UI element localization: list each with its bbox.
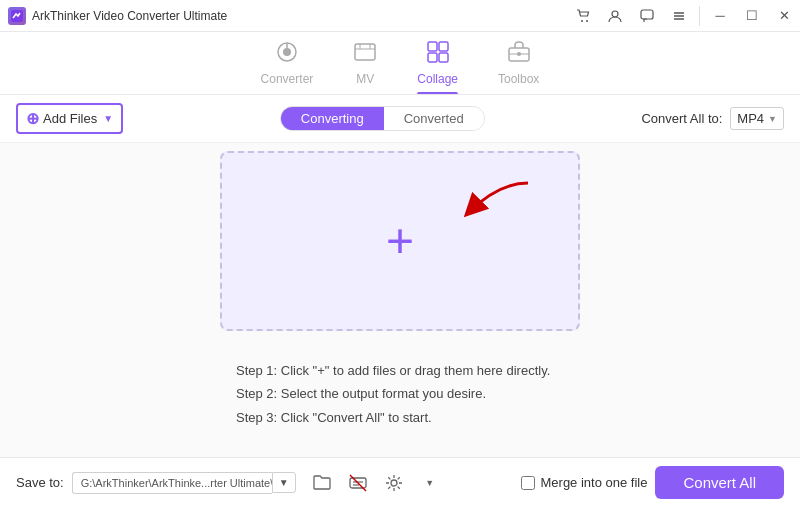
menu-icon[interactable] (663, 0, 695, 32)
settings-icon-button[interactable] (380, 469, 408, 497)
step-1: Step 1: Click "+" to add files or drag t… (236, 359, 564, 382)
app-title: ArkThinker Video Converter Ultimate (32, 9, 227, 23)
svg-rect-14 (439, 53, 448, 62)
nav-item-toolbox[interactable]: Toolbox (498, 40, 539, 94)
red-arrow (418, 173, 538, 253)
settings-dropdown-icon[interactable]: ▼ (416, 469, 444, 497)
step-3: Step 3: Click "Convert All" to start. (236, 406, 564, 429)
mv-label: MV (356, 72, 374, 86)
svg-rect-12 (439, 42, 448, 51)
svg-rect-11 (428, 42, 437, 51)
svg-rect-13 (428, 53, 437, 62)
window-controls: ─ ☐ ✕ (704, 0, 800, 32)
drop-zone[interactable]: + (220, 151, 580, 331)
converter-label: Converter (261, 72, 314, 86)
nav-item-converter[interactable]: Converter (261, 40, 314, 94)
svg-point-23 (391, 480, 397, 486)
close-button[interactable]: ✕ (768, 0, 800, 32)
tab-converted[interactable]: Converted (384, 107, 484, 130)
convert-all-button[interactable]: Convert All (655, 466, 784, 499)
svg-point-9 (283, 48, 291, 56)
step-2: Step 2: Select the output format you des… (236, 382, 564, 405)
svg-point-1 (581, 20, 583, 22)
format-select[interactable]: MP4 ▼ (730, 107, 784, 130)
add-files-button[interactable]: ⊕ Add Files ▼ (16, 103, 123, 134)
title-bar: ArkThinker Video Converter Ultimate (0, 0, 800, 32)
app-icon (8, 7, 26, 25)
tab-converting[interactable]: Converting (281, 107, 384, 130)
steps-container: Step 1: Click "+" to add files or drag t… (220, 347, 580, 441)
svg-point-3 (612, 11, 618, 17)
folder-icon-button[interactable] (308, 469, 336, 497)
tab-pills: Converting Converted (280, 106, 485, 131)
drop-zone-plus-icon[interactable]: + (386, 217, 414, 265)
maximize-button[interactable]: ☐ (736, 0, 768, 32)
format-value: MP4 (737, 111, 764, 126)
bottom-icons: ▼ (308, 469, 444, 497)
bottom-bar: Save to: G:\ArkThinker\ArkThinke...rter … (0, 457, 800, 507)
nav-bar: Converter MV Col (0, 32, 800, 95)
title-bar-left: ArkThinker Video Converter Ultimate (8, 7, 227, 25)
collage-label: Collage (417, 72, 458, 86)
mv-icon (353, 40, 377, 68)
svg-point-17 (517, 52, 521, 56)
plus-circle-icon: ⊕ (26, 109, 39, 128)
minimize-button[interactable]: ─ (704, 0, 736, 32)
convert-all-to-label: Convert All to: (641, 111, 722, 126)
merge-checkbox[interactable] (521, 476, 535, 490)
toolbar: ⊕ Add Files ▼ Converting Converted Conve… (0, 95, 800, 143)
subtitle-off-icon-button[interactable] (344, 469, 372, 497)
drop-zone-wrapper: + (220, 151, 580, 347)
title-bar-controls: ─ ☐ ✕ (567, 0, 800, 32)
app-window: ArkThinker Video Converter Ultimate (0, 0, 800, 507)
user-icon[interactable] (599, 0, 631, 32)
svg-point-2 (586, 20, 588, 22)
save-to-label: Save to: (16, 475, 64, 490)
tabs-container: Converting Converted (135, 106, 629, 131)
content-area: + Step 1: Click "+" to add files or drag… (0, 143, 800, 457)
convert-all-to: Convert All to: MP4 ▼ (641, 107, 784, 130)
cart-icon[interactable] (567, 0, 599, 32)
format-dropdown-icon: ▼ (768, 114, 777, 124)
save-path-input[interactable]: G:\ArkThinker\ArkThinke...rter Ultimate\… (72, 472, 272, 494)
merge-checkbox-container: Merge into one file (521, 475, 648, 490)
svg-rect-4 (641, 10, 653, 19)
collage-icon (426, 40, 450, 68)
save-path-dropdown-button[interactable]: ▼ (272, 472, 296, 493)
toolbox-icon (507, 40, 531, 68)
converter-icon (275, 40, 299, 68)
svg-rect-10 (355, 44, 375, 60)
chat-icon[interactable] (631, 0, 663, 32)
toolbox-label: Toolbox (498, 72, 539, 86)
add-files-dropdown-icon: ▼ (103, 113, 113, 124)
save-path-wrapper: G:\ArkThinker\ArkThinke...rter Ultimate\… (72, 472, 296, 494)
merge-label[interactable]: Merge into one file (541, 475, 648, 490)
nav-item-mv[interactable]: MV (353, 40, 377, 94)
nav-item-collage[interactable]: Collage (417, 40, 458, 94)
add-files-label: Add Files (43, 111, 97, 126)
